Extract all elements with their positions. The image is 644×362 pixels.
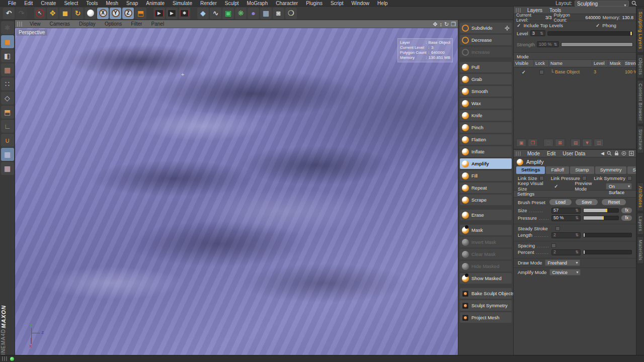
render-picture-viewer-icon[interactable]: ▶	[166, 8, 178, 19]
add-layer-button[interactable]: ▣	[516, 139, 526, 147]
menu-item[interactable]: Help	[373, 0, 392, 7]
scale-tool-icon[interactable]: ◼	[59, 8, 71, 19]
menu-item[interactable]: Create	[37, 0, 60, 7]
level-slider[interactable]	[547, 31, 633, 36]
tool-show-masked[interactable]: Show Masked	[460, 273, 512, 284]
viewport[interactable]: ViewCamerasDisplayOptionsFilterPanel ✥↕↻…	[15, 20, 458, 355]
tool-subdivide[interactable]: Subdivide	[460, 23, 512, 33]
zoom-view-icon[interactable]: ↕	[439, 21, 442, 28]
make-editable-icon[interactable]: ✱	[1, 21, 14, 34]
tool-pull[interactable]: Pull	[460, 62, 512, 72]
link-size-checkbox[interactable]	[539, 176, 544, 180]
menu-item[interactable]: Script	[327, 0, 348, 7]
link-symmetry-checkbox[interactable]	[627, 176, 632, 180]
percent-input[interactable]: 2⇅	[551, 249, 581, 255]
menu-item[interactable]: Simulate	[169, 0, 196, 7]
toolbar-spacer[interactable]	[191, 8, 196, 19]
viewport-menu-item[interactable]: Cameras	[45, 21, 75, 27]
tool-inflate[interactable]: Inflate	[460, 146, 512, 157]
snap-icon[interactable]: ∪	[1, 134, 14, 147]
vtab-sculpting-layers[interactable]: Sculpting Layers	[637, 8, 644, 53]
pressure-slider[interactable]	[583, 216, 619, 220]
cloner-mograph-icon[interactable]: ❋	[235, 8, 247, 19]
tool-wax[interactable]: Wax	[460, 98, 512, 109]
menu-item[interactable]: Render	[196, 0, 221, 7]
history-back-icon[interactable]: ◀	[601, 151, 604, 156]
strength-slider[interactable]	[561, 42, 633, 47]
search-icon[interactable]	[607, 151, 612, 156]
tool-amplify[interactable]: Amplify	[460, 158, 512, 169]
tool-project-mesh[interactable]: Project Mesh	[460, 312, 512, 323]
tool-smooth[interactable]: Smooth	[460, 86, 512, 97]
axis-mode-icon[interactable]: ∟	[1, 120, 14, 133]
tab-falloff[interactable]: Falloff	[546, 166, 569, 174]
move-layer-button[interactable]: ▼	[582, 139, 592, 147]
pressure-input[interactable]: 50 %⇅	[551, 215, 581, 221]
grip-handle[interactable]	[17, 22, 23, 27]
tool-fill[interactable]: Fill	[460, 170, 512, 181]
steady-stroke-checkbox[interactable]	[555, 226, 560, 231]
axis-x-icon[interactable]: X	[97, 8, 109, 19]
layer-visible-check[interactable]: ✓	[514, 69, 534, 75]
lock-icon[interactable]	[614, 151, 619, 156]
menu-item[interactable]: Plugins	[302, 0, 327, 7]
workplane-mode-icon[interactable]: ▦	[1, 162, 14, 175]
layer-table-column[interactable]: Visible	[514, 60, 534, 67]
menu-item[interactable]: MoGraph	[243, 0, 272, 7]
rotate-tool-icon[interactable]: ↻	[72, 8, 84, 19]
amplify-mode-dropdown[interactable]: Crevice	[549, 269, 581, 276]
size-fx-button[interactable]: fx	[621, 208, 632, 213]
tool-increase[interactable]: Increase	[460, 47, 512, 57]
tool-grab[interactable]: Grab	[460, 74, 512, 84]
size-input[interactable]: 57⇅	[551, 208, 581, 214]
vtab-content-browser[interactable]: Content Browser	[637, 80, 644, 125]
vtab-materials[interactable]: Materials	[637, 236, 644, 264]
render-settings-icon[interactable]: ✱	[179, 8, 190, 19]
menu-item[interactable]: Tools	[82, 0, 102, 7]
preview-mode-dropdown[interactable]: On Surface	[606, 183, 632, 190]
delete-layer-button[interactable]: ▢	[543, 139, 553, 147]
attributes-menu-item[interactable]: User Data	[559, 151, 589, 156]
camera-icon[interactable]: ◙	[273, 8, 284, 19]
axis-y-icon[interactable]: Y	[110, 8, 121, 19]
menu-item[interactable]: Animate	[142, 0, 169, 7]
vtab-structure[interactable]: Structure	[637, 126, 644, 153]
pen-spline-icon[interactable]: ∿	[210, 8, 221, 19]
menu-item[interactable]: Window	[348, 0, 374, 7]
viewport-menu-item[interactable]: Display	[74, 21, 100, 27]
strength-input[interactable]: 100 %⇅	[537, 41, 559, 47]
tool-flatten[interactable]: Flatten	[460, 134, 512, 145]
size-slider[interactable]	[583, 208, 619, 213]
tool-decrease[interactable]: Decrease	[460, 35, 512, 45]
layer-lock-checkbox[interactable]	[539, 70, 544, 74]
coord-system-icon[interactable]: ⬒	[135, 8, 146, 19]
tool-mask[interactable]: Mask	[460, 225, 512, 235]
menu-item[interactable]: Select	[60, 0, 82, 7]
points-mode-icon[interactable]: ∷	[1, 77, 14, 90]
menu-item[interactable]: Character	[272, 0, 302, 7]
layer-table-column[interactable]: Lock	[534, 60, 549, 67]
tool-repeat[interactable]: Repeat	[460, 183, 512, 193]
tool-sculpt-symmetry[interactable]: Sculpt Symmetry	[460, 300, 512, 311]
add-folder-button[interactable]: ❐	[528, 139, 538, 147]
last-tool-icon[interactable]: ●	[85, 8, 96, 19]
viewport-menu-item[interactable]: Options	[100, 21, 126, 27]
menu-item[interactable]: Sculpt	[221, 0, 243, 7]
menu-item[interactable]: File	[4, 0, 20, 7]
search-icon[interactable]	[631, 1, 637, 6]
copy-layer-button[interactable]: ▤	[571, 139, 581, 147]
layer-table-column[interactable]: Name	[549, 60, 592, 67]
pressure-fx-button[interactable]: fx	[621, 215, 632, 221]
spacing-checkbox[interactable]	[551, 243, 556, 248]
model-mode-icon[interactable]: ◼	[1, 35, 14, 48]
layer-table-column[interactable]: Level	[592, 60, 608, 67]
workplane-lock-icon[interactable]: ▦	[1, 148, 14, 161]
layer-table-row[interactable]: ✓ └ Base Object 3 100 %	[514, 67, 636, 75]
light-icon[interactable]: ❍	[285, 8, 297, 19]
tool-knife[interactable]: Knife	[460, 110, 512, 121]
merge-layer-button[interactable]: ◫	[594, 139, 604, 147]
tab-settings[interactable]: Settings	[516, 166, 545, 174]
attributes-menu-item[interactable]: Edit	[543, 151, 559, 156]
redo-icon[interactable]: ↷	[16, 8, 27, 19]
length-input[interactable]: 2⇅	[551, 232, 581, 238]
